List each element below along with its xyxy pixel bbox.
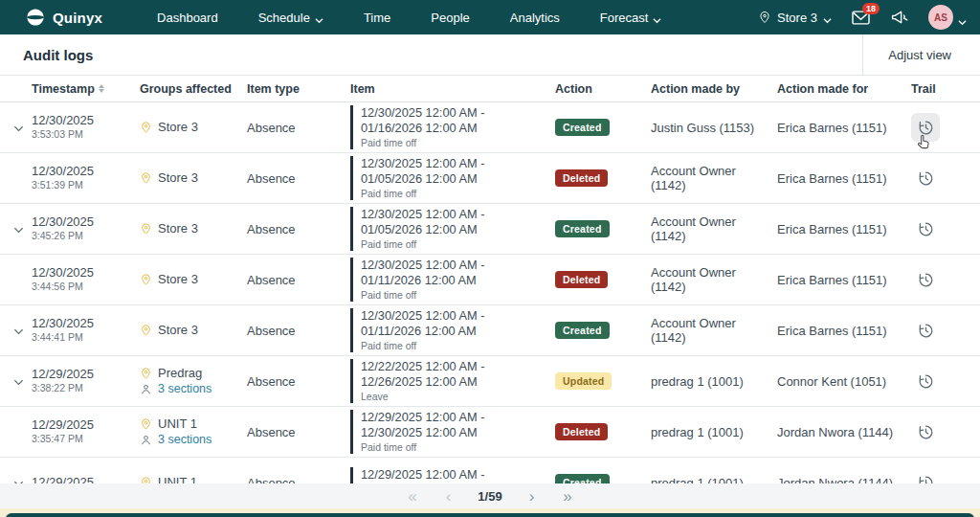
timestamp-time: 3:38:22 PM xyxy=(32,382,132,395)
nav-item-label: Time xyxy=(364,11,390,25)
timestamp-time: 3:51:39 PM xyxy=(32,179,132,192)
action-made-by: Account Owner (1142) xyxy=(651,316,777,345)
nav-item-people[interactable]: People xyxy=(411,11,489,25)
expand-row-icon[interactable] xyxy=(13,123,24,133)
timestamp-date: 12/29/2025 xyxy=(32,367,132,382)
action-made-for: Erica Barnes (1151) xyxy=(777,324,907,338)
item-type: Absence xyxy=(247,425,350,439)
item-range: 12/30/2025 12:00 AM - 01/16/2026 12:00 A… xyxy=(361,105,547,136)
trail-button[interactable] xyxy=(911,164,940,192)
trail-button[interactable] xyxy=(911,367,940,395)
expand-row-icon[interactable] xyxy=(13,224,24,235)
history-icon xyxy=(917,423,935,441)
quinyx-logo[interactable]: Quinyx xyxy=(25,7,102,28)
chevron-down-icon xyxy=(315,13,323,22)
location-pin-icon xyxy=(140,222,152,236)
next-page-button[interactable]: › xyxy=(527,488,537,505)
column-header-trail: Trail xyxy=(907,82,970,96)
page-indicator: 1/59 xyxy=(478,489,501,504)
action-badge: Deleted xyxy=(555,423,608,440)
table-body: 12/30/2025 3:53:03 PM Store 3 Absence xyxy=(0,102,980,517)
item-sub-type: Paid time off xyxy=(361,136,547,150)
location-pin-icon xyxy=(758,11,771,24)
column-header-groups-affected: Groups affected xyxy=(140,82,247,96)
footer-strip xyxy=(0,508,980,517)
item-type: Absence xyxy=(247,324,350,338)
table-row[interactable]: 12/30/2025 3:44:56 PM Store 3 Absence xyxy=(0,255,980,305)
action-made-by: predrag 1 (1001) xyxy=(651,425,777,439)
nav-item-analytics[interactable]: Analytics xyxy=(490,11,580,25)
table-row[interactable]: 12/29/2025 3:35:47 PM UNIT 1 3 sections xyxy=(0,407,980,458)
person-icon xyxy=(140,434,152,446)
location-pin-icon xyxy=(140,417,152,431)
location-pin-icon xyxy=(140,324,152,337)
messages-button[interactable]: 18 xyxy=(851,10,871,26)
nav-item-forecast[interactable]: Forecast xyxy=(580,11,682,25)
action-made-for: Erica Barnes (1151) xyxy=(777,121,907,135)
item-type: Absence xyxy=(247,171,350,186)
trail-button[interactable] xyxy=(911,214,940,243)
group-name: Store 3 xyxy=(158,119,198,136)
action-made-for: Erica Barnes (1151) xyxy=(777,171,907,186)
audit-logs-page: Quinyx Dashboard Schedule Time People xyxy=(0,0,980,517)
table-row[interactable]: 12/30/2025 3:44:41 PM Store 3 Absence xyxy=(0,305,980,356)
action-made-for: Erica Barnes (1151) xyxy=(777,273,907,287)
column-header-item: Item xyxy=(350,82,555,96)
announcements-button[interactable] xyxy=(890,9,909,26)
nav-item-label: Schedule xyxy=(258,11,310,25)
timestamp-date: 12/30/2025 xyxy=(32,113,132,128)
nav-item-dashboard[interactable]: Dashboard xyxy=(137,11,238,25)
last-page-button[interactable]: » xyxy=(561,488,573,505)
group-name: Store 3 xyxy=(158,271,198,288)
table-row[interactable]: 12/30/2025 3:53:03 PM Store 3 Absence xyxy=(0,102,980,153)
location-pin-icon xyxy=(140,273,152,286)
action-made-for: Connor Kent (1051) xyxy=(777,374,907,389)
timestamp-date: 12/30/2025 xyxy=(32,214,132,230)
table-row[interactable]: 12/29/2025 3:38:22 PM Predrag 3 sections xyxy=(0,356,980,407)
timestamp-date: 12/29/2025 xyxy=(32,417,132,433)
nav-item-schedule[interactable]: Schedule xyxy=(238,11,344,25)
history-icon xyxy=(917,271,935,289)
nav-item-label: Dashboard xyxy=(157,11,218,25)
item-sub-type: Leave xyxy=(361,390,547,404)
timestamp-time: 3:45:26 PM xyxy=(32,230,132,243)
chevron-down-icon xyxy=(653,13,661,22)
trail-button[interactable] xyxy=(911,316,940,345)
trail-button[interactable] xyxy=(911,417,940,446)
nav-item-label: Analytics xyxy=(510,11,560,25)
item-range: 12/30/2025 12:00 AM - 01/11/2026 12:00 A… xyxy=(361,308,547,339)
trail-button[interactable] xyxy=(911,113,940,142)
mail-badge: 18 xyxy=(862,3,880,14)
column-header-timestamp[interactable]: Timestamp xyxy=(32,82,140,96)
sections-link[interactable]: 3 sections xyxy=(158,432,212,448)
expand-row-icon[interactable] xyxy=(13,326,24,336)
timestamp-time: 3:44:41 PM xyxy=(32,331,132,345)
first-page-button[interactable]: « xyxy=(406,488,418,505)
timestamp-time: 3:53:03 PM xyxy=(32,128,132,142)
quinyx-bird-icon xyxy=(25,7,46,28)
table-row[interactable]: 12/30/2025 3:51:39 PM Store 3 Absence xyxy=(0,153,980,204)
prev-page-button[interactable]: ‹ xyxy=(444,488,454,505)
page-title: Audit logs xyxy=(23,47,93,63)
timestamp-date: 12/30/2025 xyxy=(32,316,132,331)
group-name: Predrag xyxy=(158,365,202,382)
store-selector-label: Store 3 xyxy=(777,11,817,25)
item-type: Absence xyxy=(247,222,350,236)
nav-item-time[interactable]: Time xyxy=(344,11,411,25)
adjust-view-button[interactable]: Adjust view xyxy=(862,34,980,75)
nav-menu: Dashboard Schedule Time People Analytics xyxy=(137,11,681,25)
action-badge: Deleted xyxy=(555,271,608,288)
item-range: 12/30/2025 12:00 AM - 01/05/2026 12:00 A… xyxy=(361,156,547,187)
history-icon xyxy=(917,220,935,238)
table-row[interactable]: 12/30/2025 3:45:26 PM Store 3 Absence xyxy=(0,204,980,255)
page-header: Audit logs Adjust view xyxy=(0,34,980,76)
action-badge: Deleted xyxy=(555,169,608,187)
sections-link[interactable]: 3 sections xyxy=(158,381,212,397)
column-header-item-type: Item type xyxy=(247,82,350,96)
store-selector[interactable]: Store 3 xyxy=(758,11,832,25)
item-type: Absence xyxy=(247,273,350,287)
expand-row-icon[interactable] xyxy=(13,376,24,387)
trail-button[interactable] xyxy=(911,265,940,294)
user-menu[interactable]: AS xyxy=(928,5,967,30)
avatar: AS xyxy=(928,5,953,30)
